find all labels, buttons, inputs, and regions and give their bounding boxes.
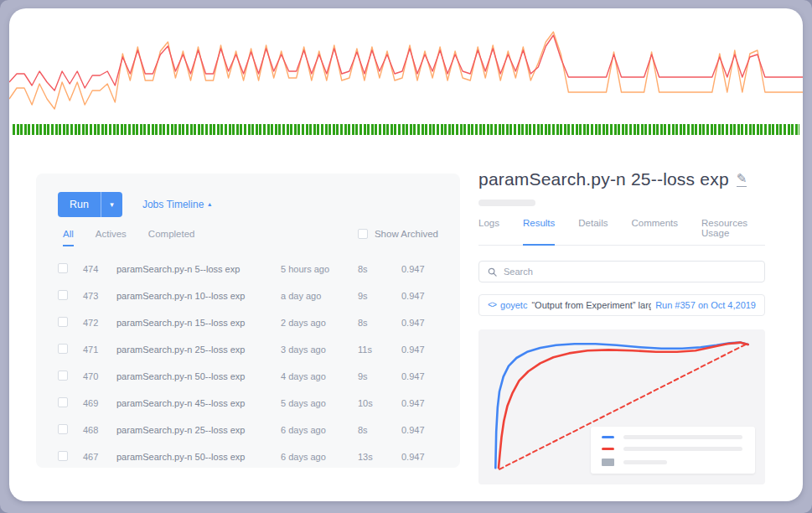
runs-sparkline-chart [9,25,803,126]
jobs-timeline-toggle[interactable]: Jobs Timeline ▲ [142,199,213,210]
checkbox-icon[interactable] [358,229,368,239]
job-duration: 13s [358,452,401,462]
details-tab-resources-usage[interactable]: Resources Usage [701,218,765,245]
show-archived-label: Show Archived [375,229,438,239]
jobs-panel: Run ▾ Jobs Timeline ▲ AllActivesComplete… [36,174,460,468]
run-dropdown-button[interactable]: ▾ [101,192,122,217]
job-id: 474 [83,264,116,274]
job-duration: 9s [358,291,401,301]
legend-label-skeleton [623,460,667,464]
job-row[interactable]: 474 paramSearch.py-n 5--loss exp 5 hours… [58,256,452,282]
job-row[interactable]: 471 paramSearch.py-n 25--loss exp 3 days… [58,336,452,363]
edit-pencil-icon[interactable]: ✎ [737,172,747,187]
details-tab-logs[interactable]: Logs [478,218,499,245]
job-row[interactable]: 468 paramSearch.py-n 25--loss exp 6 days… [58,417,452,443]
comment-author-link[interactable]: goyetc [500,300,527,310]
job-duration: 8s [358,318,401,328]
status-skeleton-pill [478,200,535,206]
jobs-tab-completed[interactable]: Completed [148,229,195,246]
job-name: paramSearch.py-n 25--loss exp [116,345,281,355]
legend-swatch-2 [602,459,614,466]
row-checkbox[interactable] [58,290,68,300]
legend-row [602,447,744,451]
details-tab-comments[interactable]: Comments [631,218,678,245]
job-id: 469 [83,398,116,408]
outer-frame: Run ▾ Jobs Timeline ▲ AllActivesComplete… [0,0,812,513]
search-icon [488,267,497,277]
job-id: 473 [83,291,116,301]
run-button[interactable]: Run [58,192,101,217]
job-metric: 0.947 [401,345,452,355]
chart-legend [591,427,755,474]
comment-text: “Output from Experiment” larger hol... [531,300,651,310]
job-row[interactable]: 467 paramSearch.py-n 50--loss exp 6 days… [58,443,452,470]
legend-label-skeleton [623,435,742,439]
job-time: 4 days ago [281,371,358,381]
job-id: 468 [83,425,116,435]
job-name: paramSearch.py-n 50--loss exp [116,452,281,462]
job-metric: 0.947 [401,291,452,301]
jobs-tab-all[interactable]: All [63,229,74,246]
job-duration: 11s [358,345,401,355]
details-tabs: LogsResultsDetailsCommentsResources Usag… [478,218,765,246]
job-metric: 0.947 [401,371,452,381]
show-archived-checkbox[interactable]: Show Archived [358,229,438,239]
jobs-table: 474 paramSearch.py-n 5--loss exp 5 hours… [58,256,452,470]
row-checkbox[interactable] [58,317,68,327]
run-reference-link[interactable]: Run #357 on Oct 4,2019 [655,300,756,310]
legend-row [602,435,744,439]
legend-swatch-1 [602,448,614,450]
jobs-timeline-label: Jobs Timeline [142,199,204,210]
job-row[interactable]: 470 paramSearch.py-n 50--loss exp 4 days… [58,363,452,390]
row-checkbox[interactable] [58,397,68,407]
row-checkbox[interactable] [58,344,68,354]
job-name: paramSearch.py-n 15--loss exp [116,318,281,328]
run-toolbar: Run ▾ Jobs Timeline ▲ [58,192,452,217]
job-row[interactable]: 472 paramSearch.py-n 15--loss exp 2 days… [58,309,452,336]
run-details-panel: paramSearch.py-n 25--loss exp ✎ LogsResu… [478,169,765,484]
job-time: 3 days ago [281,345,358,355]
job-time: 5 hours ago [281,264,358,274]
job-duration: 10s [358,398,401,408]
job-name: paramSearch.py-n 5--loss exp [116,264,281,274]
chevron-up-icon: ▲ [207,201,213,207]
job-name: paramSearch.py-n 25--loss exp [116,425,281,435]
job-metric: 0.947 [401,318,452,328]
row-checkbox[interactable] [58,370,68,381]
jobs-filter-tabs: AllActivesCompleted [63,229,194,246]
job-time: 6 days ago [281,425,358,435]
job-row[interactable]: 473 paramSearch.py-n 10--loss exp a day … [58,282,452,309]
jobs-tab-actives[interactable]: Actives [96,229,127,246]
runs-status-timeline-strip[interactable] [13,124,799,135]
run-title-row: paramSearch.py-n 25--loss exp ✎ [478,169,765,189]
job-id: 470 [83,371,116,381]
job-metric: 0.947 [401,452,452,462]
jobs-filter-row: AllActivesCompleted Show Archived [58,229,452,249]
legend-swatch-0 [602,436,614,438]
job-duration: 8s [358,264,401,274]
legend-row [602,459,744,466]
job-id: 471 [83,345,116,355]
chevron-down-icon: ▾ [110,200,114,209]
job-id: 472 [83,318,116,328]
job-name: paramSearch.py-n 45--loss exp [116,398,281,408]
row-checkbox[interactable] [58,263,68,273]
run-title: paramSearch.py-n 25--loss exp [478,169,729,189]
results-chart-card [478,329,765,484]
job-time: 6 days ago [281,452,358,462]
comment-row[interactable]: <> goyetc “Output from Experiment” large… [478,294,765,316]
search-box[interactable] [478,261,765,282]
row-checkbox[interactable] [58,424,68,434]
job-id: 467 [83,452,116,462]
details-tab-details[interactable]: Details [578,218,608,245]
search-input[interactable] [504,267,756,277]
row-checkbox[interactable] [58,451,68,461]
code-icon: <> [488,301,496,310]
job-metric: 0.947 [401,264,452,274]
run-split-button: Run ▾ [58,192,122,217]
job-name: paramSearch.py-n 50--loss exp [116,371,281,381]
job-row[interactable]: 469 paramSearch.py-n 45--loss exp 5 days… [58,390,452,417]
job-duration: 9s [358,371,401,381]
job-duration: 8s [358,425,401,435]
details-tab-results[interactable]: Results [523,218,555,246]
